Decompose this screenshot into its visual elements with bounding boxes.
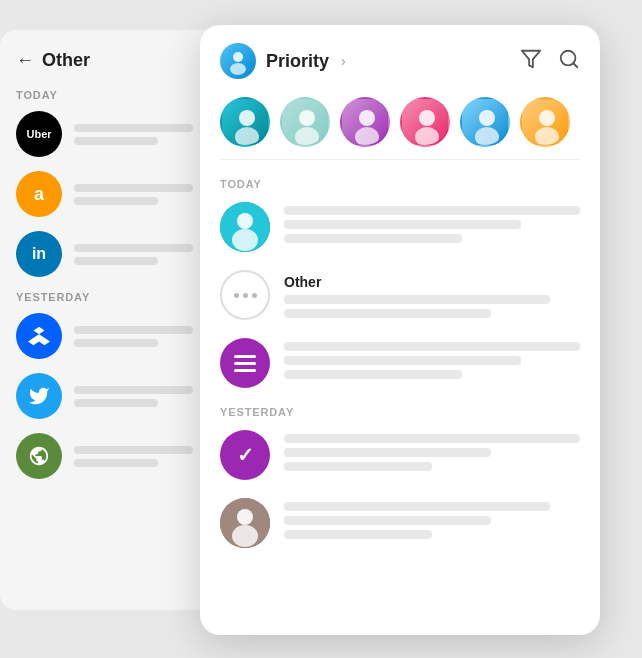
- line: [74, 399, 158, 407]
- menu-line: [234, 355, 256, 358]
- message-item[interactable]: Other: [220, 270, 580, 320]
- message-line: [284, 309, 491, 318]
- card-title: Priority: [266, 51, 329, 72]
- svg-point-21: [539, 110, 555, 126]
- dot: [252, 293, 257, 298]
- message-item[interactable]: [220, 202, 580, 252]
- story-avatar[interactable]: [280, 97, 330, 147]
- message-item[interactable]: [220, 338, 580, 388]
- dot: [243, 293, 248, 298]
- back-row[interactable]: ← Other: [16, 50, 214, 71]
- list-item[interactable]: [16, 373, 214, 419]
- story-avatar[interactable]: [340, 97, 390, 147]
- message-lines: [74, 446, 214, 467]
- message-content: [284, 498, 580, 539]
- message-lines: [74, 386, 214, 407]
- message-line: [284, 220, 521, 229]
- line: [74, 326, 193, 334]
- yesterday-section-title: YESTERDAY: [220, 406, 580, 418]
- amazon-icon: a: [16, 171, 62, 217]
- back-arrow-icon[interactable]: ←: [16, 50, 34, 71]
- twitter-icon: [16, 373, 62, 419]
- message-line: [284, 295, 550, 304]
- svg-point-22: [535, 127, 559, 147]
- message-avatar-person: [220, 498, 270, 548]
- message-line: [284, 516, 491, 525]
- svg-point-27: [237, 509, 253, 525]
- message-item[interactable]: ✓: [220, 430, 580, 480]
- menu-line: [234, 369, 256, 372]
- story-avatar[interactable]: [220, 97, 270, 147]
- dot: [234, 293, 239, 298]
- line: [74, 197, 158, 205]
- card-content: TODAY: [200, 160, 600, 635]
- message-avatar-check: ✓: [220, 430, 270, 480]
- story-row: [200, 91, 600, 159]
- story-avatar[interactable]: [460, 97, 510, 147]
- svg-point-10: [295, 127, 319, 147]
- dropbox-icon: [16, 313, 62, 359]
- svg-point-9: [299, 110, 315, 126]
- message-content: Other: [284, 270, 580, 318]
- svg-point-13: [355, 127, 379, 147]
- message-line: [284, 206, 580, 215]
- svg-point-12: [359, 110, 375, 126]
- svg-point-7: [235, 127, 259, 147]
- message-line: [284, 502, 550, 511]
- message-lines: [74, 124, 214, 145]
- message-line: [284, 530, 432, 539]
- svg-point-25: [232, 229, 258, 251]
- list-item[interactable]: a: [16, 171, 214, 217]
- menu-line: [234, 362, 256, 365]
- story-avatar[interactable]: [400, 97, 450, 147]
- svg-point-16: [415, 127, 439, 147]
- message-item[interactable]: [220, 498, 580, 548]
- more-dots-icon: [234, 293, 257, 298]
- linkedin-icon: in: [16, 231, 62, 277]
- list-item[interactable]: [16, 313, 214, 359]
- priority-card: Priority ›: [200, 25, 600, 635]
- message-content: [284, 430, 580, 471]
- message-line: [284, 342, 580, 351]
- message-lines: [74, 244, 214, 265]
- line: [74, 257, 158, 265]
- list-item[interactable]: [16, 433, 214, 479]
- svg-point-24: [237, 213, 253, 229]
- line: [74, 339, 158, 347]
- svg-point-0: [233, 52, 243, 62]
- line: [74, 459, 158, 467]
- line: [74, 386, 193, 394]
- support-icon: [16, 433, 62, 479]
- message-avatar: [220, 202, 270, 252]
- message-line: [284, 448, 491, 457]
- line: [74, 137, 158, 145]
- filter-icon[interactable]: [520, 48, 542, 75]
- message-line: [284, 356, 521, 365]
- today-section-title: TODAY: [220, 178, 580, 190]
- line: [74, 184, 193, 192]
- message-lines: [74, 326, 214, 347]
- svg-line-4: [573, 63, 577, 67]
- header-left: Priority ›: [220, 43, 346, 79]
- svg-point-18: [479, 110, 495, 126]
- background-panel: ← Other TODAY Uber a in YESTERDAY: [0, 30, 230, 610]
- svg-point-6: [239, 110, 255, 126]
- svg-point-28: [232, 525, 258, 547]
- message-line: [284, 462, 432, 471]
- story-avatar[interactable]: [520, 97, 570, 147]
- message-line: [284, 234, 462, 243]
- hamburger-icon: [234, 355, 256, 372]
- line: [74, 124, 193, 132]
- line: [74, 244, 193, 252]
- message-name-row: Other: [284, 274, 580, 290]
- header-avatar: [220, 43, 256, 79]
- search-icon[interactable]: [558, 48, 580, 75]
- list-item[interactable]: in: [16, 231, 214, 277]
- bg-yesterday-label: YESTERDAY: [16, 291, 214, 303]
- card-header: Priority ›: [200, 25, 600, 91]
- list-item[interactable]: Uber: [16, 111, 214, 157]
- chevron-right-icon: ›: [341, 53, 346, 69]
- message-line: [284, 370, 462, 379]
- checkmark-icon: ✓: [237, 443, 254, 467]
- message-avatar-menu: [220, 338, 270, 388]
